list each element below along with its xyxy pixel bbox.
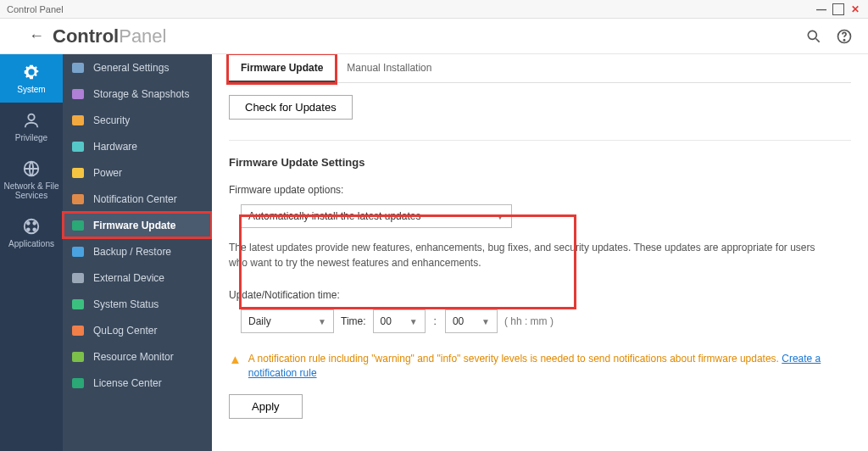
title-bold: Control [53,25,119,47]
bell-icon [71,192,85,206]
time-word: Time: [341,315,366,327]
globe-icon [22,159,41,178]
sidebar-item-label: Hardware [93,141,137,153]
monitor-icon [71,350,85,364]
sidebar-item-label: License Center [93,377,162,389]
storage-icon [71,87,85,101]
category-label: Applications [8,239,54,248]
options-select[interactable]: Automatically install the latest updates… [241,204,512,228]
category-privilege[interactable]: Privilege [0,103,63,151]
tab-firmware-update[interactable]: Firmware Update [229,55,335,82]
display-icon [71,61,85,75]
chevron-down-icon: ▼ [409,317,418,326]
svg-rect-14 [72,142,84,152]
chevron-down-icon: ▼ [496,212,504,221]
svg-point-10 [33,228,36,231]
category-sidebar: SystemPrivilegeNetwork & File ServicesAp… [0,54,63,451]
category-system[interactable]: System [0,54,63,103]
svg-rect-11 [72,63,84,73]
back-icon[interactable]: ← [29,27,44,45]
section-title: Firmware Update Settings [229,156,851,169]
minute-value: 00 [453,315,464,327]
card-icon [71,140,85,153]
header: ← ControlPanel [0,19,868,54]
sidebar-item-qulog-center[interactable]: QuLog Center [63,317,212,343]
sidebar-item-general-settings[interactable]: General Settings [63,54,212,81]
title-light: Panel [119,25,166,47]
svg-rect-23 [72,378,84,388]
user-icon [22,111,41,130]
backup-icon [71,245,85,259]
svg-rect-18 [72,247,84,257]
frequency-value: Daily [248,315,271,327]
page-title: ControlPanel [53,25,166,47]
system-sidebar: General SettingsStorage & SnapshotsSecur… [63,54,212,451]
tab-manual-installation[interactable]: Manual Installation [335,55,443,82]
sidebar-item-label: Resource Monitor [93,351,174,363]
svg-rect-17 [72,220,84,231]
check-updates-button[interactable]: Check for Updates [229,95,353,120]
chevron-down-icon: ▼ [481,317,490,326]
main-panel: Firmware UpdateManual Installation Check… [212,54,868,451]
sidebar-item-label: Security [93,114,130,126]
divider [229,140,851,141]
sidebar-item-license-center[interactable]: License Center [63,370,212,396]
options-description: The latest updates provide new features,… [229,240,822,270]
device-icon [71,271,85,285]
sidebar-item-storage-snapshots[interactable]: Storage & Snapshots [63,81,212,107]
maximize-button[interactable] [832,3,844,15]
hour-select[interactable]: 00 ▼ [373,309,426,333]
category-label: Network & File Services [2,181,61,200]
apply-button[interactable]: Apply [229,394,303,419]
time-hint: ( hh : mm ) [504,315,554,327]
time-label: Update/Notification time: [229,289,851,301]
category-network[interactable]: Network & File Services [0,151,63,209]
svg-rect-20 [72,299,84,309]
titlebar: Control Panel — ✕ [0,0,868,19]
svg-point-6 [25,220,39,234]
minute-select[interactable]: 00 ▼ [445,309,498,333]
sidebar-item-hardware[interactable]: Hardware [63,133,212,159]
svg-point-8 [33,222,36,225]
sidebar-item-resource-monitor[interactable]: Resource Monitor [63,343,212,370]
svg-point-0 [808,31,816,39]
license-icon [71,376,85,390]
colon: : [432,315,438,327]
sidebar-item-notification-center[interactable]: Notification Center [63,186,212,212]
category-label: Privilege [15,133,47,142]
sidebar-item-label: System Status [93,298,159,310]
search-icon[interactable] [805,28,822,45]
svg-rect-22 [72,352,84,362]
help-icon[interactable] [836,28,853,45]
close-button[interactable]: ✕ [849,3,861,15]
minimize-button[interactable]: — [815,3,827,15]
options-select-value: Automatically install the latest updates [248,210,420,222]
sidebar-item-label: Power [93,167,122,179]
svg-rect-19 [72,273,84,283]
svg-rect-16 [72,194,84,204]
sidebar-item-firmware-update[interactable]: Firmware Update [63,212,212,238]
svg-rect-15 [72,168,84,178]
sidebar-item-system-status[interactable]: System Status [63,291,212,317]
svg-rect-21 [72,326,84,336]
window-title: Control Panel [7,4,815,14]
warning-icon: ▲ [229,352,242,381]
sidebar-item-power[interactable]: Power [63,159,212,186]
sidebar-item-external-device[interactable]: External Device [63,264,212,291]
log-icon [71,324,85,337]
svg-point-9 [27,228,30,231]
sidebar-item-label: Backup / Restore [93,246,171,258]
category-apps[interactable]: Applications [0,209,63,257]
svg-point-7 [27,222,30,225]
sidebar-item-backup-restore[interactable]: Backup / Restore [63,238,212,264]
options-label: Firmware update options: [229,184,851,196]
sidebar-item-label: Notification Center [93,193,177,205]
grid-icon [22,217,41,236]
svg-line-1 [816,38,820,42]
status-icon [71,298,85,311]
window-controls: — ✕ [815,3,861,15]
bulb-icon [71,166,85,180]
update-icon [71,219,85,232]
frequency-select[interactable]: Daily ▼ [241,309,334,333]
sidebar-item-security[interactable]: Security [63,107,212,133]
